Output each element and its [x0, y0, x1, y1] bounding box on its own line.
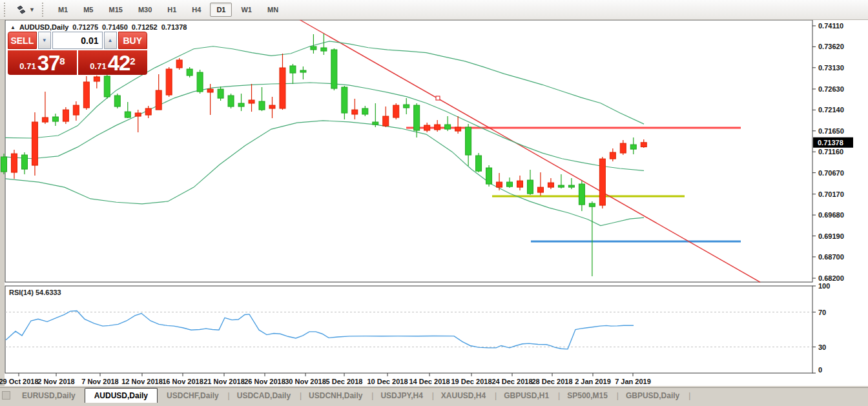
candle[interactable]	[497, 182, 502, 187]
tab-sp500-m15[interactable]: SP500,M15|	[558, 388, 617, 403]
lot-decrease-button[interactable]: ▼	[38, 32, 51, 49]
drawing-objects-button[interactable]: ▼	[12, 3, 38, 16]
tab-eurusd-daily[interactable]: EURUSD,Daily|	[13, 388, 85, 403]
buy-button[interactable]: BUY	[118, 32, 148, 49]
tab-audusd-daily[interactable]: AUDUSD,Daily	[85, 388, 158, 403]
candle[interactable]	[63, 110, 68, 121]
candle[interactable]	[527, 180, 533, 194]
sell-button[interactable]: SELL	[8, 32, 37, 49]
candle[interactable]	[1, 157, 7, 172]
candle[interactable]	[290, 66, 296, 73]
buy-price-box[interactable]: 0.71 42 2	[78, 50, 147, 75]
candle[interactable]	[424, 125, 430, 130]
tf-d1[interactable]: D1	[210, 3, 232, 17]
candle[interactable]	[238, 103, 244, 107]
rsi-pane[interactable]	[5, 286, 812, 373]
collapse-panel-icon[interactable]: ▲	[10, 25, 16, 30]
candle[interactable]	[32, 122, 37, 165]
tab-gbpusd-daily[interactable]: GBPUSD,Daily|	[617, 388, 688, 403]
candle[interactable]	[197, 72, 203, 92]
candle[interactable]	[579, 184, 584, 205]
tab-usdcad-daily[interactable]: USDCAD,Daily|	[228, 388, 300, 403]
tf-h1[interactable]: H1	[161, 3, 183, 17]
tf-m30[interactable]: M30	[132, 3, 158, 17]
candle[interactable]	[52, 117, 58, 121]
candle[interactable]	[218, 89, 223, 98]
candle[interactable]	[94, 77, 99, 81]
candle[interactable]	[145, 108, 151, 115]
candle[interactable]	[568, 185, 574, 187]
candle[interactable]	[269, 105, 275, 108]
candle[interactable]	[125, 112, 130, 117]
candle[interactable]	[373, 122, 378, 125]
candle[interactable]	[42, 117, 48, 122]
toolbar-grip[interactable]	[4, 3, 8, 17]
candle[interactable]	[114, 96, 120, 107]
candle[interactable]	[589, 203, 595, 207]
trendline-anchor[interactable]	[436, 96, 440, 100]
candle[interactable]	[383, 116, 389, 126]
candle[interactable]	[331, 50, 337, 88]
tf-mn[interactable]: MN	[261, 3, 285, 17]
candle[interactable]	[156, 90, 161, 110]
candle[interactable]	[517, 181, 523, 187]
candle[interactable]	[321, 48, 327, 51]
candle[interactable]	[176, 60, 182, 68]
candle[interactable]	[507, 182, 513, 187]
candle[interactable]	[11, 154, 17, 172]
tf-m1[interactable]: M1	[52, 3, 74, 17]
tab-usdchf-daily[interactable]: USDCHF,Daily|	[158, 388, 228, 403]
candle[interactable]	[455, 127, 461, 131]
lot-size-input[interactable]	[52, 32, 103, 49]
candle[interactable]	[630, 145, 636, 149]
candle[interactable]	[352, 110, 358, 114]
candle[interactable]	[300, 70, 306, 72]
tf-m15[interactable]: M15	[102, 3, 129, 17]
candle[interactable]	[610, 152, 615, 159]
candle[interactable]	[342, 87, 347, 113]
tab-scroll-button[interactable]	[2, 391, 10, 400]
candle[interactable]	[228, 96, 234, 107]
candle[interactable]	[280, 68, 285, 108]
candle[interactable]	[486, 168, 492, 184]
chart-tab-bar: EURUSD,Daily|AUDUSD,DailyUSDCHF,Daily|US…	[0, 387, 868, 403]
candle[interactable]	[548, 183, 553, 187]
candle[interactable]	[445, 125, 451, 129]
candle[interactable]	[187, 69, 192, 76]
candle[interactable]	[641, 143, 646, 147]
candle[interactable]	[558, 185, 564, 187]
candle[interactable]	[21, 155, 27, 169]
price-tick-label: 0.71650	[818, 127, 844, 135]
tf-w1[interactable]: W1	[234, 3, 258, 17]
candle[interactable]	[104, 76, 110, 97]
tab-usdcnh-daily[interactable]: USDCNH,Daily|	[300, 388, 371, 403]
candle[interactable]	[135, 113, 141, 116]
candle[interactable]	[404, 105, 409, 108]
tab-gbpusd-h1[interactable]: GBPUSD,H1|	[495, 388, 558, 403]
tf-m5[interactable]: M5	[77, 3, 99, 17]
candle[interactable]	[414, 105, 420, 130]
candle[interactable]	[311, 46, 316, 50]
tab-xauusd-h4[interactable]: XAUUSD,H4|	[432, 388, 495, 403]
candle[interactable]	[207, 89, 213, 92]
price-tick-label: 0.70670	[818, 169, 844, 177]
candle[interactable]	[166, 69, 172, 95]
tf-h4[interactable]: H4	[185, 3, 207, 17]
price-tick-label: 0.69190	[818, 232, 844, 240]
candle[interactable]	[249, 100, 254, 103]
tab-usdjpy-h4[interactable]: USDJPY,H4|	[371, 388, 431, 403]
candle[interactable]	[537, 187, 543, 192]
candle[interactable]	[259, 101, 265, 110]
lot-increase-button[interactable]: ▲	[104, 32, 117, 49]
candle[interactable]	[393, 105, 399, 117]
candle[interactable]	[83, 82, 89, 108]
candle[interactable]	[466, 127, 471, 155]
sell-price-box[interactable]: 0.71 37 8	[8, 50, 77, 75]
candle[interactable]	[620, 143, 626, 153]
candle[interactable]	[73, 105, 79, 115]
candle[interactable]	[362, 108, 368, 114]
candle[interactable]	[435, 125, 440, 130]
candle[interactable]	[476, 156, 482, 171]
toolbar-grip2[interactable]	[42, 3, 46, 17]
candle[interactable]	[599, 159, 605, 205]
